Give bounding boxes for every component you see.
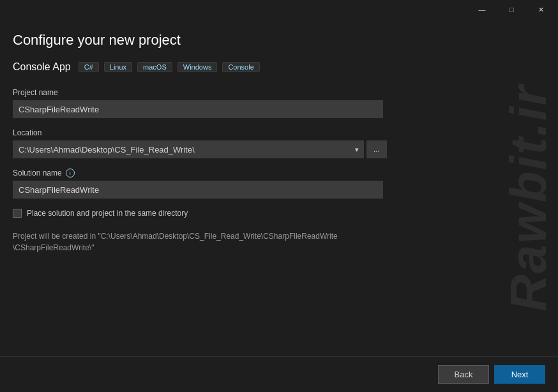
tag-linux: Linux — [104, 62, 132, 72]
tag-console: Console — [222, 62, 259, 72]
project-path-info: Project will be created in "C:\Users\Ahm… — [13, 230, 539, 253]
tag-macos: macOS — [137, 62, 172, 72]
project-type-row: Console App C# Linux macOS Windows Conso… — [13, 61, 539, 73]
back-button[interactable]: Back — [438, 365, 489, 384]
tag-windows: Windows — [177, 62, 218, 72]
content-wrapper: Rawbit.ir Configure your new project Con… — [0, 19, 558, 356]
solution-name-input[interactable] — [13, 181, 383, 199]
minimize-button[interactable]: — — [467, 0, 497, 19]
project-name-label: Project name — [13, 88, 539, 97]
next-button[interactable]: Next — [494, 365, 545, 384]
title-bar: — □ ✕ — [0, 0, 558, 19]
footer: Back Next — [0, 356, 558, 392]
solution-name-section: Solution name i — [13, 169, 539, 199]
project-name-input[interactable] — [13, 100, 383, 118]
browse-button[interactable]: ... — [366, 140, 387, 158]
tag-csharp: C# — [79, 62, 99, 72]
same-directory-checkbox[interactable] — [13, 209, 22, 218]
main-content: Rawbit.ir Configure your new project Con… — [0, 19, 558, 266]
project-name-section: Project name — [13, 88, 539, 118]
location-row: C:\Users\Ahmad\Desktop\CS_File_Read_Writ… — [13, 140, 539, 158]
solution-label-row: Solution name i — [13, 169, 539, 177]
same-directory-label: Place solution and project in the same d… — [27, 209, 188, 218]
solution-info-icon[interactable]: i — [66, 169, 75, 177]
maximize-button[interactable]: □ — [497, 0, 526, 19]
location-section: Location C:\Users\Ahmad\Desktop\CS_File_… — [13, 128, 539, 158]
location-select-wrapper: C:\Users\Ahmad\Desktop\CS_File_Read_Writ… — [13, 140, 364, 158]
checkbox-row: Place solution and project in the same d… — [13, 209, 539, 218]
location-label: Location — [13, 128, 539, 137]
close-button[interactable]: ✕ — [526, 0, 555, 19]
solution-name-label: Solution name — [13, 169, 62, 177]
page-title: Configure your new project — [13, 32, 539, 49]
project-type-name: Console App — [13, 61, 71, 73]
location-select[interactable]: C:\Users\Ahmad\Desktop\CS_File_Read_Writ… — [13, 140, 364, 158]
